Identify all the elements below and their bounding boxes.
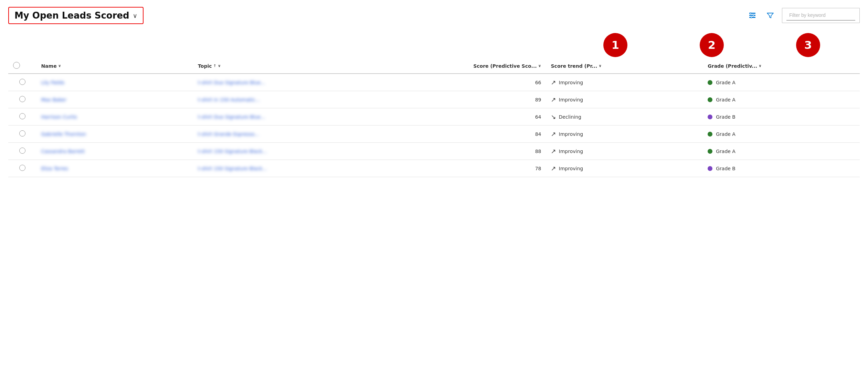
row-topic: t-shirt 150 Signature Black... <box>198 149 267 154</box>
header-checkbox-cell <box>8 58 36 74</box>
row-name-cell: Harrison Curtis <box>36 108 193 126</box>
grade-dot-icon <box>708 166 712 171</box>
row-checkbox[interactable] <box>19 130 25 137</box>
filter-by-keyword-box <box>782 8 860 23</box>
row-score-cell: 88 <box>384 143 546 160</box>
row-topic-cell: t-shirt 150 Signature Black... <box>193 160 383 177</box>
row-topic: t-shirt Grande Espresso... <box>198 131 259 137</box>
score-sort-icon[interactable]: ∨ <box>538 64 541 68</box>
title-chevron-icon[interactable]: ∨ <box>133 12 137 19</box>
table-row: Eliza Torrest-shirt 150 Signature Black.… <box>8 160 860 177</box>
row-trend-label: Improving <box>559 80 583 85</box>
svg-point-5 <box>751 17 752 18</box>
trend-up-icon: ↗ <box>551 165 556 172</box>
filter-icon <box>766 12 774 19</box>
row-score-cell: 89 <box>384 91 546 108</box>
customize-columns-button[interactable] <box>746 9 759 22</box>
row-topic-cell: t-shirt Grande Espresso... <box>193 126 383 143</box>
grade-dot-icon <box>708 97 712 102</box>
col-header-grade[interactable]: Grade (Predictiv... ∨ <box>703 58 860 74</box>
row-name[interactable]: Eliza Torres <box>41 166 68 171</box>
row-trend-label: Declining <box>559 114 581 120</box>
row-topic: t-shirt Duo Signature Blue... <box>198 80 265 85</box>
svg-rect-2 <box>749 17 755 18</box>
row-checkbox[interactable] <box>19 165 25 171</box>
row-grade-label: Grade B <box>716 166 735 171</box>
row-checkbox-cell <box>8 108 36 126</box>
row-trend-label: Improving <box>559 97 583 102</box>
table-wrapper: Name ∨ Topic ↑ ∨ Score (Predictive <box>8 58 860 177</box>
page-container: My Open Leads Scored ∨ <box>0 0 868 177</box>
row-checkbox-cell <box>8 160 36 177</box>
row-checkbox-cell <box>8 74 36 91</box>
trend-up-icon: ↗ <box>551 130 556 138</box>
row-name-cell: Lily Fields <box>36 74 193 91</box>
row-name[interactable]: Lily Fields <box>41 80 64 85</box>
row-name-cell: Cassandra Barrett <box>36 143 193 160</box>
row-grade-cell: Grade B <box>703 108 860 126</box>
row-trend-cell: ↘Declining <box>546 108 703 126</box>
circle-spacer-1: 1 <box>567 33 664 57</box>
table-header-row: Name ∨ Topic ↑ ∨ Score (Predictive <box>8 58 860 74</box>
row-grade-label: Grade A <box>716 131 735 137</box>
topic-sort-desc-icon[interactable]: ∨ <box>218 64 221 68</box>
trend-sort-icon[interactable]: ∨ <box>599 64 602 68</box>
row-name-cell: Gabrielle Thornton <box>36 126 193 143</box>
row-trend-label: Improving <box>559 149 583 154</box>
page-title: My Open Leads Scored <box>14 10 129 21</box>
grade-dot-icon <box>708 115 712 119</box>
row-checkbox-cell <box>8 143 36 160</box>
table-row: Gabrielle Thorntont-shirt Grande Espress… <box>8 126 860 143</box>
annotation-circle-1: 1 <box>603 33 627 57</box>
trend-up-icon: ↗ <box>551 148 556 155</box>
col-header-topic[interactable]: Topic ↑ ∨ <box>193 58 383 74</box>
col-header-score[interactable]: Score (Predictive Sco... ∨ <box>384 58 546 74</box>
row-name[interactable]: Gabrielle Thornton <box>41 131 86 137</box>
table-row: Harrison Curtist-shirt Duo Signature Blu… <box>8 108 860 126</box>
row-topic: t-shirt 150 Signature Black... <box>198 166 267 171</box>
row-grade-cell: Grade B <box>703 160 860 177</box>
customize-icon <box>749 12 756 19</box>
col-header-trend[interactable]: Score trend (Pr... ∨ <box>546 58 703 74</box>
row-checkbox[interactable] <box>19 96 25 102</box>
row-grade-label: Grade A <box>716 149 735 154</box>
row-grade-label: Grade B <box>716 114 735 120</box>
row-checkbox-cell <box>8 126 36 143</box>
row-trend-cell: ↗Improving <box>546 74 703 91</box>
annotation-circle-3: 3 <box>796 33 820 57</box>
row-score-cell: 64 <box>384 108 546 126</box>
row-name[interactable]: Harrison Curtis <box>41 114 77 120</box>
row-topic-cell: t-shirt Duo Signature Blue... <box>193 74 383 91</box>
row-topic: t-shirt in 150 Automatic... <box>198 97 260 102</box>
header-actions <box>746 8 860 23</box>
row-trend-cell: ↗Improving <box>546 160 703 177</box>
grade-sort-icon[interactable]: ∨ <box>759 64 762 68</box>
col-header-name[interactable]: Name ∨ <box>36 58 193 74</box>
name-sort-icon[interactable]: ∨ <box>58 64 61 68</box>
grade-dot-icon <box>708 80 712 85</box>
row-name-cell: Max Baker <box>36 91 193 108</box>
row-checkbox-cell <box>8 91 36 108</box>
row-grade-label: Grade A <box>716 80 735 85</box>
row-name[interactable]: Cassandra Barrett <box>41 149 85 154</box>
trend-up-icon: ↗ <box>551 79 556 86</box>
leads-table: Name ∨ Topic ↑ ∨ Score (Predictive <box>8 58 860 177</box>
row-checkbox[interactable] <box>19 113 25 119</box>
row-score: 66 <box>535 80 541 85</box>
circle-spacer-3: 3 <box>760 33 856 57</box>
title-area: My Open Leads Scored ∨ <box>8 7 144 24</box>
select-all-checkbox[interactable] <box>13 62 20 69</box>
trend-up-icon: ↗ <box>551 96 556 103</box>
annotation-circle-2: 2 <box>700 33 724 57</box>
filter-button[interactable] <box>764 9 776 22</box>
row-grade-label: Grade A <box>716 97 735 102</box>
row-topic: t-shirt Duo Signature Blue... <box>198 114 265 120</box>
row-checkbox[interactable] <box>19 79 25 85</box>
row-name[interactable]: Max Baker <box>41 97 66 102</box>
topic-sort-asc-icon[interactable]: ↑ <box>213 64 216 68</box>
row-grade-cell: Grade A <box>703 91 860 108</box>
circle-spacer-2: 2 <box>664 33 760 57</box>
row-checkbox[interactable] <box>19 148 25 154</box>
row-score: 78 <box>535 166 541 171</box>
filter-by-keyword-input[interactable] <box>786 10 855 21</box>
